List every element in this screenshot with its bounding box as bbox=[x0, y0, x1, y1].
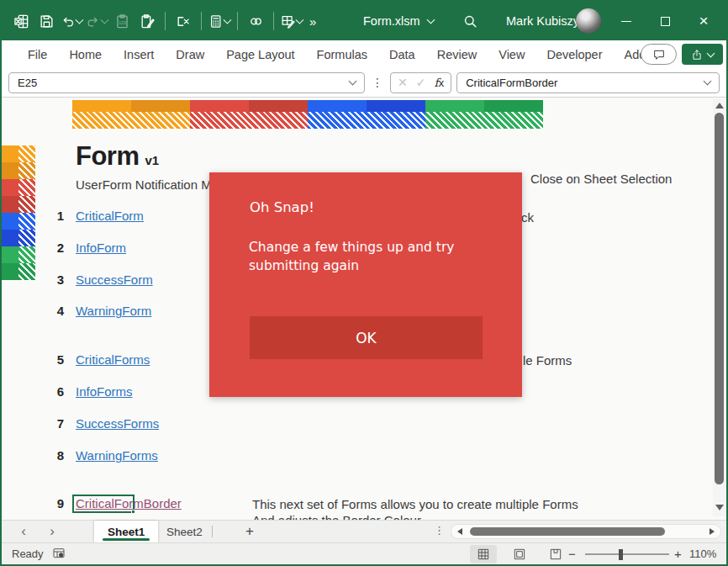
formula-bar-more-icon[interactable]: ⋮ bbox=[370, 76, 385, 89]
row-number: 8 bbox=[50, 448, 64, 463]
scroll-down-icon[interactable] bbox=[715, 505, 724, 510]
left-strip-row bbox=[2, 230, 35, 246]
dialog-message: Change a few things up and try submittin… bbox=[249, 238, 454, 275]
comment-icon bbox=[652, 48, 666, 61]
row-number: 7 bbox=[50, 416, 64, 431]
document-title[interactable]: Form.xlsm bbox=[363, 2, 434, 40]
add-sheet-button[interactable]: + bbox=[239, 521, 261, 542]
link-successform[interactable]: SuccessForm bbox=[76, 272, 153, 287]
tab-page-layout[interactable]: Page Layout bbox=[215, 40, 305, 68]
link-row-4: 4WarningForm bbox=[50, 304, 151, 318]
link-infoform[interactable]: InfoForm bbox=[76, 241, 126, 255]
ok-button[interactable]: OK bbox=[250, 316, 483, 359]
row-number: 5 bbox=[50, 352, 64, 367]
close-button[interactable]: × bbox=[686, 2, 721, 40]
link-warningforms[interactable]: WarningForms bbox=[76, 448, 158, 463]
prev-sheet-icon[interactable]: ‹ bbox=[13, 521, 34, 542]
tab-developer[interactable]: Developer bbox=[535, 40, 613, 68]
strip-solid-cell bbox=[2, 196, 18, 213]
toolbar-overflow-icon[interactable]: » bbox=[306, 14, 319, 29]
banner-color-segment bbox=[308, 100, 367, 112]
name-box-dropdown-icon[interactable] bbox=[349, 77, 357, 86]
scroll-left-icon[interactable] bbox=[457, 528, 462, 535]
zoom-out-button[interactable]: − bbox=[568, 547, 576, 561]
next-sheet-icon[interactable]: › bbox=[42, 521, 62, 542]
worksheet-canvas: Formv1 UserForm Notification Ms 1Critica… bbox=[2, 98, 726, 520]
share-button[interactable] bbox=[682, 44, 723, 65]
strip-hatched-cell bbox=[18, 246, 35, 263]
excel-logo-icon[interactable] bbox=[10, 10, 32, 32]
zoom-slider-thumb[interactable] bbox=[619, 549, 623, 560]
maximize-icon bbox=[661, 17, 670, 26]
link-row-8: 8WarningForms bbox=[50, 448, 158, 463]
vertical-scrollbar-thumb[interactable] bbox=[715, 113, 724, 484]
comments-button[interactable] bbox=[641, 44, 677, 65]
sheet-tab-sheet2[interactable]: Sheet2 bbox=[153, 521, 216, 542]
clipboard-pen-icon[interactable] bbox=[136, 10, 158, 32]
calculator-dropdown-icon[interactable] bbox=[224, 16, 232, 24]
banner-hatched-segment bbox=[190, 112, 308, 129]
user-name[interactable]: Mark Kubiszyn bbox=[506, 2, 586, 40]
tab-review[interactable]: Review bbox=[426, 40, 488, 68]
link-icon[interactable] bbox=[245, 10, 266, 32]
format-dropdown-icon[interactable] bbox=[296, 16, 304, 24]
avatar[interactable] bbox=[576, 8, 601, 34]
tab-draw[interactable]: Draw bbox=[165, 40, 215, 68]
title-bar: 123 » Form.xlsm Mark Kubiszyn × bbox=[2, 2, 726, 40]
sheet-tab-sheet1[interactable]: Sheet1 bbox=[94, 521, 158, 542]
tab-insert[interactable]: Insert bbox=[113, 40, 165, 68]
link-successforms[interactable]: SuccessForms bbox=[76, 416, 159, 431]
link-criticalform[interactable]: CriticalForm bbox=[76, 209, 144, 223]
horizontal-scrollbar-thumb[interactable] bbox=[470, 527, 665, 536]
left-strip-row bbox=[2, 162, 35, 179]
tab-home[interactable]: Home bbox=[58, 40, 113, 68]
format-cells-pen-button[interactable] bbox=[281, 10, 303, 32]
save-icon[interactable] bbox=[35, 10, 57, 32]
tab-view[interactable]: View bbox=[488, 40, 535, 68]
tab-divider bbox=[212, 526, 213, 537]
cancel-entry-icon: ✕ bbox=[398, 76, 408, 89]
undo-dropdown-icon[interactable] bbox=[76, 16, 84, 24]
tab-formulas[interactable]: Formulas bbox=[306, 40, 378, 68]
macro-record-icon[interactable] bbox=[52, 547, 66, 563]
formula-input[interactable]: CriticalFormBorder bbox=[456, 72, 720, 93]
banner-solid-stripe bbox=[72, 100, 543, 112]
name-box[interactable]: E25 bbox=[8, 72, 365, 93]
undo-button[interactable] bbox=[61, 10, 82, 32]
minimize-button[interactable] bbox=[609, 2, 644, 40]
search-icon[interactable] bbox=[460, 11, 480, 31]
minimize-icon bbox=[621, 21, 631, 22]
horizontal-scrollbar[interactable] bbox=[451, 524, 721, 539]
excel-window: 123 » Form.xlsm Mark Kubiszyn × File Hom… bbox=[0, 0, 728, 566]
link-criticalformborder[interactable]: CriticalFormBorder bbox=[76, 496, 182, 510]
scroll-right-icon[interactable] bbox=[710, 528, 715, 535]
toolbar-separator bbox=[273, 12, 274, 30]
zoom-level[interactable]: 110% bbox=[689, 547, 716, 560]
normal-view-button[interactable] bbox=[470, 545, 497, 563]
share-dropdown-icon[interactable] bbox=[707, 49, 715, 57]
document-title-dropdown-icon[interactable] bbox=[426, 16, 435, 24]
tab-data[interactable]: Data bbox=[378, 40, 426, 68]
banner-color-segment bbox=[190, 100, 249, 112]
insert-function-icon[interactable]: fx bbox=[434, 76, 444, 89]
row-number: 4 bbox=[50, 304, 64, 318]
page-break-view-button[interactable] bbox=[542, 545, 569, 563]
maximize-button[interactable] bbox=[647, 2, 683, 40]
tab-file[interactable]: File bbox=[17, 40, 58, 68]
confirm-entry-icon: ✓ bbox=[416, 76, 426, 89]
scroll-up-icon[interactable] bbox=[715, 103, 724, 108]
zoom-in-button[interactable]: + bbox=[674, 547, 682, 561]
link-criticalforms[interactable]: CriticalForms bbox=[76, 352, 150, 367]
banner-hatched-stripe bbox=[72, 112, 543, 129]
tabbar-more-icon[interactable]: ⋮ bbox=[434, 524, 445, 537]
calculator-button[interactable] bbox=[208, 10, 230, 32]
formula-expand-icon[interactable] bbox=[704, 77, 712, 86]
delete-cells-icon[interactable] bbox=[172, 10, 194, 32]
link-warningform[interactable]: WarningForm bbox=[76, 304, 151, 318]
dialog-title: Oh Snap! bbox=[250, 199, 314, 215]
link-infoforms[interactable]: InfoForms bbox=[76, 384, 133, 399]
vertical-scrollbar[interactable] bbox=[713, 99, 726, 516]
zoom-slider[interactable] bbox=[585, 553, 669, 555]
toolbar-separator bbox=[165, 12, 166, 30]
page-layout-view-button[interactable] bbox=[506, 545, 533, 563]
